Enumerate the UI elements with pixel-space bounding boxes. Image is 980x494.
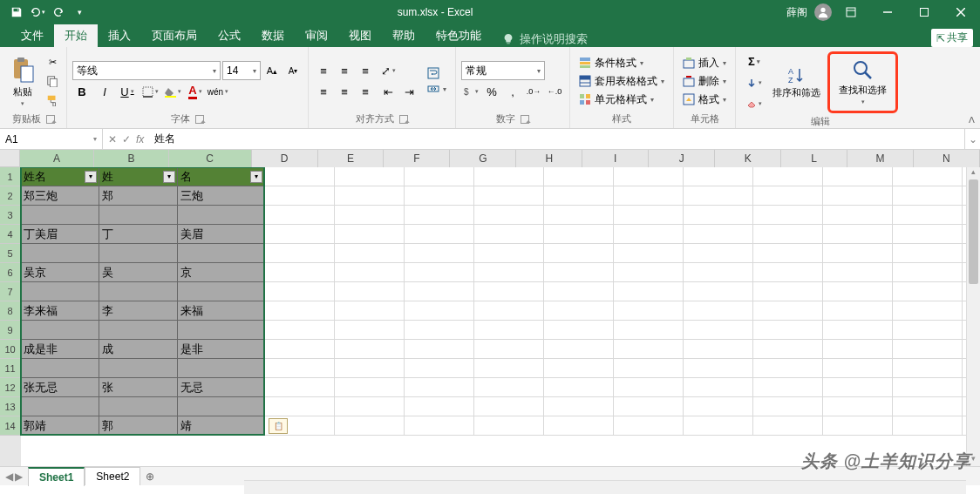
cell[interactable]: 是非 [178, 340, 265, 359]
cell[interactable] [614, 186, 684, 206]
format-cells-button[interactable]: 格式▾ [679, 91, 730, 108]
cell[interactable] [21, 282, 99, 301]
cell[interactable] [178, 359, 265, 378]
clear-button[interactable] [741, 94, 767, 113]
row-header-5[interactable]: 5 [0, 244, 21, 263]
col-header-H[interactable]: H [516, 150, 582, 167]
cell[interactable] [823, 282, 893, 301]
cell[interactable] [753, 263, 823, 282]
cell[interactable] [265, 321, 335, 340]
cell[interactable] [753, 378, 823, 397]
cell[interactable] [893, 263, 963, 282]
row-header-14[interactable]: 14 [0, 416, 21, 436]
cell[interactable] [684, 416, 753, 436]
enter-formula-icon[interactable]: ✓ [122, 133, 131, 145]
cell[interactable] [544, 282, 614, 301]
cell[interactable] [753, 301, 823, 321]
cell[interactable] [823, 359, 893, 378]
cell[interactable] [753, 282, 823, 301]
col-header-I[interactable]: I [582, 150, 649, 167]
cell[interactable] [823, 321, 893, 340]
col-header-G[interactable]: G [450, 150, 516, 167]
cell[interactable] [405, 397, 474, 416]
cell[interactable] [544, 397, 614, 416]
cell[interactable] [893, 359, 963, 378]
find-select-button[interactable]: 查找和选择 ▾ [839, 59, 887, 105]
cut-icon[interactable]: ✂ [44, 53, 61, 71]
cell[interactable] [684, 244, 753, 263]
cell[interactable]: 来福 [178, 301, 265, 321]
tab-file[interactable]: 文件 [10, 24, 54, 47]
cell[interactable] [335, 225, 405, 244]
filter-arrow-icon[interactable]: ▾ [85, 171, 97, 183]
cell[interactable] [544, 378, 614, 397]
cell[interactable] [405, 301, 474, 321]
cell[interactable]: 李来福 [21, 301, 99, 321]
row-header-6[interactable]: 6 [0, 263, 21, 282]
cell[interactable] [474, 340, 544, 359]
cell[interactable] [544, 301, 614, 321]
cell[interactable] [544, 206, 614, 225]
cell[interactable] [335, 397, 405, 416]
vertical-scrollbar[interactable]: ▴▾ [966, 167, 980, 466]
number-format-select[interactable]: 常规▾ [461, 61, 545, 80]
cell[interactable] [823, 263, 893, 282]
row-header-9[interactable]: 9 [0, 321, 21, 340]
cell[interactable] [405, 244, 474, 263]
cell[interactable] [335, 282, 405, 301]
cell[interactable] [335, 416, 405, 436]
tab-help[interactable]: 帮助 [382, 24, 425, 47]
cell[interactable] [544, 225, 614, 244]
cell[interactable] [753, 340, 823, 359]
cell[interactable] [684, 206, 753, 225]
select-all-corner[interactable] [0, 150, 20, 166]
cell[interactable] [544, 186, 614, 206]
sheet-nav-next-icon[interactable]: ▶ [15, 470, 23, 483]
italic-button[interactable]: I [95, 82, 114, 101]
row-header-12[interactable]: 12 [0, 378, 21, 397]
autosum-button[interactable]: Σ [741, 52, 767, 71]
sort-filter-button[interactable]: AZ 排序和筛选 [767, 62, 826, 103]
cell[interactable] [21, 321, 99, 340]
cell[interactable] [99, 206, 178, 225]
cell[interactable] [614, 416, 684, 436]
cell[interactable] [335, 301, 405, 321]
cell[interactable] [21, 359, 99, 378]
cell[interactable] [265, 359, 335, 378]
col-header-L[interactable]: L [781, 150, 847, 167]
cell[interactable] [823, 244, 893, 263]
cancel-formula-icon[interactable]: ✕ [108, 133, 117, 145]
cell[interactable]: 三炮 [178, 186, 265, 206]
cell[interactable] [474, 321, 544, 340]
cell[interactable] [99, 359, 178, 378]
cell[interactable] [614, 397, 684, 416]
increase-decimal-icon[interactable]: .0→ [524, 82, 543, 101]
cell[interactable]: 郑 [99, 186, 178, 206]
undo-icon[interactable]: ▾ [28, 3, 47, 22]
cell[interactable] [544, 321, 614, 340]
insert-cells-button[interactable]: 插入▾ [679, 55, 730, 71]
cell[interactable] [265, 378, 335, 397]
cell[interactable]: 姓名▾ [21, 167, 99, 186]
tell-me[interactable]: 操作说明搜索 [492, 31, 598, 47]
tab-review[interactable]: 审阅 [295, 24, 338, 47]
cell[interactable]: 靖 [178, 416, 265, 436]
align-right-icon[interactable]: ≡ [356, 82, 375, 101]
expand-formula-bar-icon[interactable]: ⌄ [964, 129, 980, 149]
cell[interactable] [405, 186, 474, 206]
sheet-nav-prev-icon[interactable]: ◀ [5, 470, 13, 483]
cell[interactable] [544, 340, 614, 359]
cell[interactable] [614, 340, 684, 359]
cell[interactable] [544, 263, 614, 282]
cell[interactable]: 丁美眉 [21, 225, 99, 244]
row-header-10[interactable]: 10 [0, 340, 21, 359]
cell[interactable] [614, 301, 684, 321]
fill-button[interactable] [741, 73, 767, 92]
cell[interactable] [474, 301, 544, 321]
tab-special[interactable]: 特色功能 [425, 24, 492, 47]
cell[interactable] [405, 225, 474, 244]
cell[interactable] [405, 340, 474, 359]
cell[interactable] [684, 378, 753, 397]
cell[interactable] [614, 225, 684, 244]
cell[interactable] [335, 359, 405, 378]
